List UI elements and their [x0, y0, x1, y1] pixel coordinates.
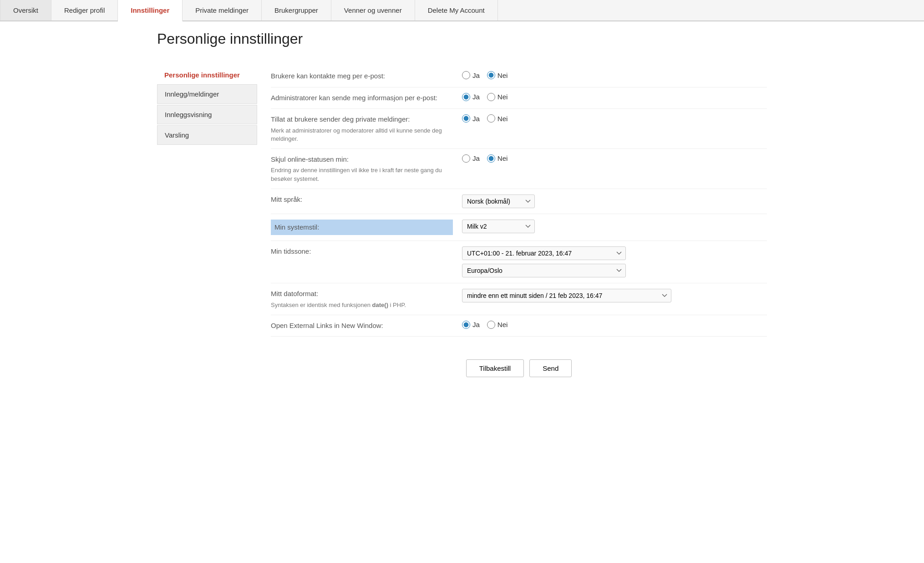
tab-venner-og-uvenner[interactable]: Venner og uvenner [331, 0, 415, 20]
radio-input-private-messages-ja[interactable] [462, 114, 470, 123]
tab-private-meldinger[interactable]: Private meldinger [183, 0, 262, 20]
radio-email-contact-nei[interactable]: Nei [487, 71, 508, 79]
radio-email-contact-ja[interactable]: Ja [462, 71, 480, 79]
row-email-contact: Brukere kan kontakte meg per e-post: Ja … [271, 66, 767, 87]
control-private-messages: Ja Nei [462, 114, 767, 123]
content-area: Personlige innstillinger Innlegg/melding… [157, 66, 767, 377]
row-external-links: Open External Links in New Window: Ja Ne… [271, 315, 767, 337]
control-external-links: Ja Nei [462, 321, 767, 329]
radio-group-admin-email: Ja Nei [462, 93, 508, 101]
radio-input-admin-email-ja[interactable] [462, 93, 470, 101]
send-button[interactable]: Send [529, 359, 572, 377]
radio-input-external-links-ja[interactable] [462, 321, 470, 329]
sidebar-item-personlige-innstillinger[interactable]: Personlige innstillinger [157, 66, 257, 84]
label-external-links: Open External Links in New Window: [271, 321, 453, 331]
radio-input-private-messages-nei[interactable] [487, 114, 495, 123]
sidebar-item-innleggsvisning[interactable]: Innleggsvisning [157, 105, 257, 124]
radio-group-hide-online-status: Ja Nei [462, 154, 508, 163]
reset-button[interactable]: Tilbakestill [466, 359, 524, 377]
sidebar: Personlige innstillinger Innlegg/melding… [157, 66, 257, 377]
row-hide-online-status: Skjul online-statusen min: Endring av de… [271, 149, 767, 189]
label-email-contact: Brukere kan kontakte meg per e-post: [271, 71, 453, 82]
control-timezone: UTC+01:00 - 21. februar 2023, 16:47 UTC+… [462, 246, 767, 277]
tab-delete-my-account[interactable]: Delete My Account [415, 0, 498, 20]
control-email-contact: Ja Nei [462, 71, 767, 79]
note-date-format: Syntaksen er identisk med funksjonen dat… [271, 301, 453, 309]
label-language: Mitt språk: [271, 194, 453, 205]
radio-label-private-messages-nei: Nei [498, 115, 508, 123]
row-private-messages: Tillat at brukere sender deg private mel… [271, 109, 767, 149]
control-language: Norsk (bokmål) English Deutsch [462, 194, 767, 208]
label-private-messages: Tillat at brukere sender deg private mel… [271, 114, 453, 125]
select-timezone[interactable]: UTC+01:00 - 21. februar 2023, 16:47 UTC+… [462, 246, 626, 260]
radio-group-private-messages: Ja Nei [462, 114, 508, 123]
radio-input-email-contact-nei[interactable] [487, 71, 495, 79]
radio-input-hide-online-status-ja[interactable] [462, 154, 470, 163]
radio-label-external-links-ja: Ja [472, 321, 480, 328]
radio-input-admin-email-nei[interactable] [487, 93, 495, 101]
radio-label-admin-email-ja: Ja [472, 93, 480, 101]
settings-main: Brukere kan kontakte meg per e-post: Ja … [257, 66, 767, 377]
label-admin-email: Administratorer kan sende meg informasjo… [271, 93, 453, 103]
tab-rediger-profil[interactable]: Rediger profil [51, 0, 118, 20]
select-system-style[interactable]: Milk v2 Default Dark [462, 220, 535, 233]
radio-group-external-links: Ja Nei [462, 321, 508, 329]
radio-external-links-nei[interactable]: Nei [487, 321, 508, 329]
control-hide-online-status: Ja Nei [462, 154, 767, 163]
radio-label-external-links-nei: Nei [498, 321, 508, 328]
label-system-style: Min systemstil: [271, 220, 453, 235]
timezone-group: UTC+01:00 - 21. februar 2023, 16:47 UTC+… [462, 246, 626, 277]
row-language: Mitt språk: Norsk (bokmål) English Deuts… [271, 189, 767, 214]
radio-label-email-contact-nei: Nei [498, 72, 508, 79]
radio-input-email-contact-ja[interactable] [462, 71, 470, 79]
row-system-style: Min systemstil: Milk v2 Default Dark [271, 214, 767, 241]
sidebar-item-innlegg-meldinger[interactable]: Innlegg/meldinger [157, 84, 257, 104]
radio-admin-email-ja[interactable]: Ja [462, 93, 480, 101]
label-timezone: Min tidssone: [271, 246, 453, 257]
radio-input-hide-online-status-nei[interactable] [487, 154, 495, 163]
radio-private-messages-nei[interactable]: Nei [487, 114, 508, 123]
label-date-format: Mitt datoformat: [271, 289, 453, 299]
control-system-style: Milk v2 Default Dark [462, 220, 767, 233]
control-date-format: mindre enn ett minutt siden / 21 feb 202… [462, 289, 767, 302]
radio-group-email-contact: Ja Nei [462, 71, 508, 79]
radio-admin-email-nei[interactable]: Nei [487, 93, 508, 101]
note-hide-online-status: Endring av denne innstillingen vil ikke … [271, 166, 453, 183]
radio-hide-online-status-nei[interactable]: Nei [487, 154, 508, 163]
radio-label-email-contact-ja: Ja [472, 72, 480, 79]
action-buttons: Tilbakestill Send [271, 350, 767, 377]
control-admin-email: Ja Nei [462, 93, 767, 101]
radio-external-links-ja[interactable]: Ja [462, 321, 480, 329]
page-title: Personlige innstillinger [157, 31, 767, 52]
tab-oversikt[interactable]: Oversikt [0, 0, 51, 20]
radio-input-external-links-nei[interactable] [487, 321, 495, 329]
radio-label-hide-online-status-nei: Nei [498, 154, 508, 162]
label-hide-online-status: Skjul online-statusen min: [271, 154, 453, 165]
row-admin-email: Administratorer kan sende meg informasjo… [271, 87, 767, 109]
radio-hide-online-status-ja[interactable]: Ja [462, 154, 480, 163]
select-timezone-region[interactable]: Europa/Oslo Europe/London America/New_Yo… [462, 264, 626, 277]
radio-private-messages-ja[interactable]: Ja [462, 114, 480, 123]
sidebar-item-varsling[interactable]: Varsling [157, 125, 257, 145]
radio-label-admin-email-nei: Nei [498, 93, 508, 101]
note-private-messages: Merk at administratorer og moderatorer a… [271, 127, 453, 143]
row-timezone: Min tidssone: UTC+01:00 - 21. februar 20… [271, 241, 767, 283]
tab-brukergrupper[interactable]: Brukergrupper [262, 0, 331, 20]
radio-label-hide-online-status-ja: Ja [472, 154, 480, 162]
select-date-format[interactable]: mindre enn ett minutt siden / 21 feb 202… [462, 289, 671, 302]
radio-label-private-messages-ja: Ja [472, 115, 480, 123]
tab-innstillinger[interactable]: Innstillinger [118, 0, 183, 21]
top-navigation: Oversikt Rediger profil Innstillinger Pr… [0, 0, 924, 21]
row-date-format: Mitt datoformat: Syntaksen er identisk m… [271, 283, 767, 315]
select-language[interactable]: Norsk (bokmål) English Deutsch [462, 194, 535, 208]
